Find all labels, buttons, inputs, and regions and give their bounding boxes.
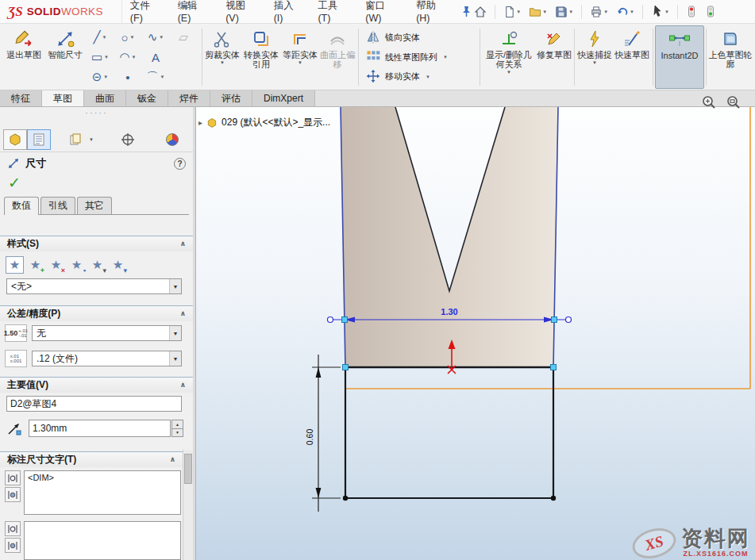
- trim-entities-button[interactable]: 剪裁实体 ▼: [204, 25, 241, 89]
- chevron-down-icon[interactable]: ▼: [220, 60, 225, 66]
- tab-surfaces[interactable]: 曲面: [84, 90, 126, 106]
- subtab-other[interactable]: 其它: [77, 197, 112, 214]
- flyout-arrow-icon[interactable]: ▸: [198, 118, 202, 127]
- instant2d-button[interactable]: Instant2D: [655, 25, 704, 89]
- open-document-button[interactable]: ▼: [526, 4, 549, 19]
- mirror-entities-button[interactable]: 镜向实体: [365, 29, 473, 47]
- display-delete-relations-button[interactable]: 显示/删除几何关系 ▼: [482, 25, 536, 89]
- panel-scrollbar[interactable]: [183, 450, 193, 560]
- text-position-button[interactable]: [5, 521, 21, 536]
- pin-menu-icon[interactable]: [461, 6, 472, 17]
- horizontal-dimension-label[interactable]: 1.30: [441, 307, 457, 316]
- chevron-down-icon[interactable]: ▼: [132, 55, 137, 59]
- quick-snaps-button[interactable]: 快速捕捉 ▼: [576, 25, 613, 89]
- vertical-dimension-label[interactable]: 0.60: [305, 429, 314, 446]
- smart-dimension-button[interactable]: 智能尺寸: [46, 25, 84, 89]
- ok-button[interactable]: ✓: [8, 174, 21, 192]
- line-tool-button[interactable]: ╱▼: [87, 28, 113, 47]
- chevron-down-icon[interactable]: ▼: [516, 10, 521, 14]
- chevron-down-icon[interactable]: ▼: [507, 70, 511, 75]
- subtab-leaders[interactable]: 引线: [40, 197, 75, 214]
- chevron-down-icon[interactable]: ▼: [169, 351, 181, 366]
- traffic-light-red-icon[interactable]: [684, 3, 699, 20]
- tab-sketch[interactable]: 草图: [42, 90, 84, 106]
- style-load-button[interactable]: ★▾: [88, 256, 106, 274]
- dimension-value-field[interactable]: [29, 420, 171, 437]
- rectangle-tool-button[interactable]: ▭▼: [87, 48, 113, 67]
- sketch-canvas[interactable]: 0.60 1.30: [196, 107, 755, 560]
- chevron-down-icon[interactable]: ▼: [103, 75, 108, 79]
- circle-tool-button[interactable]: ○▼: [115, 28, 141, 47]
- sketch-rectangle[interactable]: [345, 367, 553, 498]
- feature-manager-tab[interactable]: [3, 129, 27, 150]
- new-document-button[interactable]: ▼: [501, 4, 523, 20]
- panel-splitter-handle[interactable]: ·····: [0, 109, 193, 117]
- collapse-chevron-icon[interactable]: ∧: [180, 382, 186, 389]
- spline-tool-button[interactable]: ∿▼: [143, 28, 168, 47]
- graphics-viewport[interactable]: 0.60 1.30: [196, 107, 755, 560]
- chevron-down-icon[interactable]: ▼: [630, 10, 634, 14]
- chevron-down-icon[interactable]: ▼: [426, 75, 430, 79]
- text-position-button[interactable]: [5, 470, 21, 485]
- precision-dropdown[interactable]: .12 (文件) ▼: [32, 351, 182, 366]
- tab-dimxpert[interactable]: DimXpert: [252, 90, 315, 106]
- tolerance-dropdown[interactable]: 无 ▼: [32, 325, 182, 341]
- dimension-text-area-secondary[interactable]: [24, 521, 181, 560]
- collapse-chevron-icon[interactable]: ∧: [180, 240, 186, 247]
- linear-sketch-pattern-button[interactable]: 线性草图阵列 ▼: [365, 48, 473, 67]
- shaded-sketch-contours-button[interactable]: 上色草图轮廓: [708, 25, 753, 89]
- chevron-down-icon[interactable]: ▼: [102, 35, 107, 40]
- text-center-button[interactable]: [5, 487, 21, 502]
- chevron-down-icon[interactable]: ▼: [568, 10, 573, 14]
- tab-evaluate[interactable]: 评估: [210, 90, 252, 106]
- vertical-dimension[interactable]: 0.60: [305, 355, 341, 512]
- chevron-down-icon[interactable]: ▼: [592, 60, 597, 66]
- print-button[interactable]: ▼: [587, 4, 611, 20]
- style-save-button[interactable]: ★▪: [67, 256, 86, 274]
- dimension-name-field[interactable]: [6, 396, 182, 412]
- menu-insert[interactable]: 插入(I): [266, 0, 310, 23]
- dimension-text-group-header[interactable]: 标注尺寸文字(T) ∧: [0, 451, 183, 467]
- chevron-down-icon[interactable]: ▼: [89, 137, 94, 142]
- sketch-point[interactable]: [551, 496, 556, 501]
- exit-sketch-button[interactable]: 退出草图: [2, 25, 46, 89]
- chevron-down-icon[interactable]: ▼: [443, 55, 448, 59]
- primary-value-group-header[interactable]: 主要值(V) ∧: [0, 377, 193, 393]
- arc-tool-button[interactable]: ◠▼: [115, 48, 141, 67]
- traffic-light-green-icon[interactable]: [703, 3, 718, 20]
- sketch-point[interactable]: [343, 496, 348, 501]
- chevron-down-icon[interactable]: ▼: [298, 60, 302, 66]
- undo-button[interactable]: ▼: [614, 4, 637, 20]
- select-pointer-button[interactable]: ▼: [649, 3, 672, 20]
- display-manager-tab[interactable]: [160, 129, 184, 150]
- menu-edit[interactable]: 编辑(E): [170, 0, 218, 23]
- chevron-down-icon[interactable]: ▼: [159, 35, 164, 40]
- style-folder-button[interactable]: ★▾: [109, 256, 127, 274]
- chevron-down-icon[interactable]: ▼: [160, 75, 165, 79]
- collapse-chevron-icon[interactable]: ∧: [180, 310, 186, 317]
- property-manager-tab[interactable]: [27, 129, 51, 150]
- part-face[interactable]: [341, 107, 558, 367]
- text-tool-button[interactable]: A: [143, 48, 168, 67]
- dimxpert-manager-tab[interactable]: [116, 129, 140, 150]
- offset-entities-button[interactable]: 等距实体 ▼: [282, 25, 318, 89]
- menu-window[interactable]: 窗口(W): [357, 0, 408, 23]
- tab-weldments[interactable]: 焊件: [168, 90, 210, 106]
- feature-tree-overlay[interactable]: ▸ 029 (默认<<默认>_显示...: [198, 116, 330, 129]
- help-icon[interactable]: ?: [174, 158, 186, 170]
- tolerance-group-header[interactable]: 公差/精度(P) ∧: [0, 305, 193, 321]
- spin-up-button[interactable]: ▲: [171, 420, 183, 429]
- style-delete-button[interactable]: ★×: [47, 256, 65, 274]
- menu-tools[interactable]: 工具(T): [310, 0, 357, 23]
- style-dropdown[interactable]: <无> ▼: [6, 278, 182, 294]
- tab-features[interactable]: 特征: [0, 90, 42, 106]
- chevron-down-icon[interactable]: ▼: [130, 35, 135, 40]
- chevron-down-icon[interactable]: ▼: [169, 326, 181, 340]
- convert-entities-button[interactable]: 转换实体引用: [241, 25, 282, 89]
- style-group-header[interactable]: 样式(S) ∧: [0, 236, 193, 251]
- menu-file[interactable]: 文件(F): [122, 0, 170, 23]
- fillet-tool-button[interactable]: ⌒▼: [143, 67, 168, 86]
- chevron-down-icon[interactable]: ▼: [104, 55, 109, 59]
- save-button[interactable]: ▼: [553, 4, 576, 20]
- chevron-down-icon[interactable]: ▼: [664, 10, 669, 14]
